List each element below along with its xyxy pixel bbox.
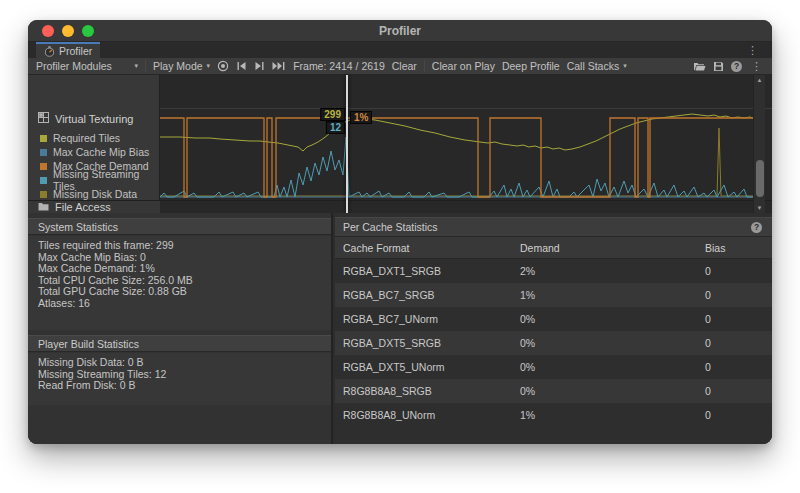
chart-legend: Required TilesMax Cache Mip BiasMax Cach… [40, 131, 159, 201]
help-icon[interactable]: ? [731, 61, 742, 72]
column-bias[interactable]: Bias [705, 237, 725, 259]
table-row[interactable]: RGBA_BC7_UNorm0%0 [335, 307, 772, 331]
demand-cell: 0% [520, 379, 535, 403]
save-profile-icon[interactable] [713, 61, 724, 72]
profiler-modules-label: Profiler Modules [36, 60, 112, 72]
scrollbar-thumb[interactable] [756, 160, 764, 197]
minimize-button[interactable] [62, 25, 74, 37]
per-cache-statistics-header: Per Cache Statistics ? [335, 217, 772, 237]
table-row[interactable]: RGBA_DXT1_SRGB2%0 [335, 259, 772, 283]
record-button[interactable] [217, 60, 229, 72]
playhead-streaming-tiles-label: 12 [326, 121, 345, 134]
call-stacks-dropdown[interactable]: Call Stacks ▾ [567, 59, 627, 74]
legend-swatch [40, 135, 47, 142]
deep-profile-toggle[interactable]: Deep Profile [502, 59, 560, 74]
clear-button[interactable]: Clear [392, 59, 417, 74]
frame-counter: Frame: 2414 / 2619 [293, 60, 385, 72]
legend-item-required-tiles[interactable]: Required Tiles [40, 131, 159, 145]
player-build-statistics-body: Missing Disk Data: 0 BMissing Streaming … [28, 353, 331, 405]
tab-profiler[interactable]: Profiler [36, 42, 100, 58]
column-demand[interactable]: Demand [520, 237, 560, 259]
next-frame-button[interactable] [254, 61, 265, 71]
bias-cell: 0 [705, 379, 711, 403]
legend-swatch [40, 149, 47, 156]
profiler-gauge-icon [44, 46, 55, 57]
statistics-column: System Statistics Tiles required this fr… [28, 213, 333, 444]
playhead-line[interactable] [346, 75, 348, 213]
legend-swatch [40, 177, 47, 184]
close-button[interactable] [42, 25, 54, 37]
demand-cell: 1% [520, 283, 535, 307]
table-header-row: Cache Format Demand Bias [335, 237, 772, 259]
system-statistics-header: System Statistics [28, 218, 331, 235]
player-build-statistics-header: Player Build Statistics [28, 335, 331, 352]
bias-cell: 0 [705, 355, 711, 379]
cache-format-cell: RGBA_DXT1_SRGB [343, 259, 441, 283]
virtual-texturing-chart[interactable] [160, 75, 753, 213]
profiler-window: Profiler Profiler ⋮ Profiler Modules ▾ P… [28, 20, 772, 444]
load-profile-icon[interactable] [693, 61, 706, 72]
cache-format-cell: RGBA_DXT5_SRGB [343, 331, 441, 355]
legend-swatch [40, 191, 47, 198]
table-row[interactable]: RGBA_BC7_SRGB1%0 [335, 283, 772, 307]
demand-cell: 0% [520, 307, 535, 331]
clear-on-play-toggle[interactable]: Clear on Play [432, 59, 495, 74]
bias-cell: 0 [705, 331, 711, 355]
tab-menu-icon[interactable]: ⋮ [747, 43, 758, 57]
table-row[interactable]: RGBA_DXT5_SRGB0%0 [335, 331, 772, 355]
virtual-texturing-icon [38, 112, 49, 125]
cache-format-cell: RGBA_BC7_SRGB [343, 283, 435, 307]
fullscreen-button[interactable] [82, 25, 94, 37]
chevron-down-icon: ▾ [134, 62, 138, 70]
clear-label: Clear [392, 60, 417, 72]
series-required-tiles [160, 114, 753, 151]
table-row[interactable]: RGBA_DXT5_UNorm0%0 [335, 355, 772, 379]
traffic-lights [42, 25, 94, 37]
call-stacks-label: Call Stacks [567, 60, 620, 72]
previous-frame-button[interactable] [236, 61, 247, 71]
table-row[interactable]: R8G8B8A8_UNorm1%0 [335, 403, 772, 427]
tab-label: Profiler [59, 45, 92, 57]
demand-cell: 2% [520, 259, 535, 283]
folder-icon [38, 201, 49, 213]
column-cache-format[interactable]: Cache Format [343, 237, 410, 259]
current-frame-button[interactable] [272, 61, 286, 71]
cache-format-cell: R8G8B8A8_UNorm [343, 403, 435, 427]
module-chart-area[interactable]: Virtual Texturing Required TilesMax Cach… [28, 75, 772, 213]
module-title: Virtual Texturing [55, 113, 133, 125]
per-cache-statistics-panel: Per Cache Statistics ? Cache Format Dema… [335, 213, 772, 444]
stat-line: Missing Disk Data: 0 B [38, 357, 331, 369]
demand-cell: 0% [520, 331, 535, 355]
system-statistics-body: Tiles required this frame: 299Max Cache … [28, 236, 331, 330]
play-mode-dropdown[interactable]: Play Mode ▾ [153, 59, 210, 74]
legend-item-max-cache-mip-bias[interactable]: Max Cache Mip Bias [40, 145, 159, 159]
bias-cell: 0 [705, 259, 711, 283]
legend-item-missing-streaming-tiles[interactable]: Missing Streaming Tiles [40, 173, 159, 187]
module-title: File Access [55, 201, 111, 213]
scroll-down-icon[interactable]: ▼ [754, 205, 765, 211]
demand-cell: 0% [520, 355, 535, 379]
table-row[interactable]: R8G8B8A8_SRGB0%0 [335, 379, 772, 403]
stat-line: Read From Disk: 0 B [38, 380, 331, 392]
per-cache-table: RGBA_DXT1_SRGB2%0RGBA_BC7_SRGB1%0RGBA_BC… [335, 259, 772, 427]
cache-format-cell: R8G8B8A8_SRGB [343, 379, 432, 403]
module-sidebar: Virtual Texturing Required TilesMax Cach… [28, 75, 160, 213]
scroll-up-icon[interactable]: ▲ [754, 77, 765, 83]
play-mode-label: Play Mode [153, 60, 203, 72]
toolbar-separator [145, 60, 146, 72]
module-file-access[interactable]: File Access [28, 201, 160, 213]
details-pane: System Statistics Tiles required this fr… [28, 213, 772, 444]
module-virtual-texturing[interactable]: Virtual Texturing [38, 112, 133, 125]
legend-label: Missing Disk Data [53, 188, 137, 200]
bias-cell: 0 [705, 307, 711, 331]
toolbar-menu-icon[interactable]: ⋮ [749, 60, 764, 73]
tab-bar: Profiler ⋮ [28, 42, 772, 58]
cache-format-cell: RGBA_DXT5_UNorm [343, 355, 445, 379]
vertical-scrollbar[interactable]: ▲ ▼ [753, 75, 765, 213]
titlebar[interactable]: Profiler [28, 20, 772, 42]
help-icon[interactable]: ? [751, 222, 762, 233]
deep-profile-label: Deep Profile [502, 60, 560, 72]
profiler-modules-dropdown[interactable]: Profiler Modules ▾ [36, 59, 138, 74]
toolbar: Profiler Modules ▾ Play Mode ▾ Frame: 24… [28, 58, 772, 75]
legend-swatch [40, 163, 47, 170]
